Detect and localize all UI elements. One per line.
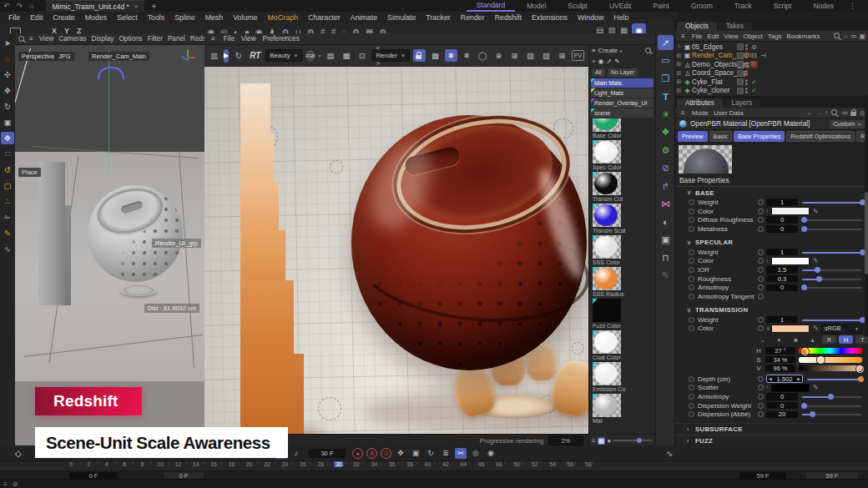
- eyedropper-icon[interactable]: ✎: [813, 208, 819, 215]
- ruler-tick[interactable]: 40: [425, 461, 431, 467]
- ruler-tick[interactable]: 42: [442, 461, 449, 467]
- object-row-demo_objects_grp[interactable]: ⊞◬Demo_Objects_grp: [675, 60, 868, 69]
- snap-tool[interactable]: ∷: [1, 148, 14, 160]
- enable-checkbox[interactable]: [737, 53, 744, 59]
- material-swatch-transm-col[interactable]: Transm Col: [593, 172, 626, 202]
- enable-checkbox[interactable]: [737, 70, 744, 77]
- crop-region-icon[interactable]: ⊡: [356, 49, 368, 62]
- colorspace-dropdown[interactable]: sRGB▼: [821, 324, 862, 334]
- camera-arc-handle[interactable]: [98, 67, 124, 79]
- list-view-icon[interactable]: ≡: [592, 437, 596, 445]
- ruler-tick[interactable]: 36: [389, 461, 396, 467]
- viewport-format-label[interactable]: JPG: [55, 52, 74, 61]
- ruler-tick[interactable]: 24: [282, 461, 289, 467]
- assign-arrow-icon[interactable]: ➚: [606, 58, 612, 65]
- material-size-slider[interactable]: [613, 440, 653, 441]
- cloner-icon[interactable]: ✳: [658, 107, 674, 122]
- ruler-tick[interactable]: 48: [496, 461, 502, 467]
- disabled-icon[interactable]: ⊘: [751, 43, 757, 51]
- ruler-tick[interactable]: 2: [87, 461, 90, 467]
- close-tab-icon[interactable]: ×: [134, 3, 139, 10]
- menu-spline[interactable]: Spline: [169, 13, 199, 22]
- pv-icon[interactable]: PV: [572, 50, 584, 61]
- om-menu-tags[interactable]: Tags: [765, 33, 785, 40]
- layer-chip-light-mats[interactable]: Light_Mats: [591, 88, 654, 98]
- menu-extensions[interactable]: Extensions: [527, 13, 573, 22]
- material-menu-icon[interactable]: ≡: [592, 47, 596, 54]
- ruler-tick[interactable]: 16: [210, 461, 217, 467]
- record-parameter-icon[interactable]: ≣: [440, 448, 452, 459]
- place-tool[interactable]: ↺: [1, 164, 14, 176]
- stage-icon[interactable]: ⊓: [658, 250, 674, 265]
- workspace-tab-model[interactable]: Model: [517, 1, 556, 11]
- om-menu-bookmarks[interactable]: Bookmarks: [785, 33, 823, 40]
- layer-chip-main-mats[interactable]: Main Mats: [591, 78, 654, 88]
- new-tab-button[interactable]: +: [151, 2, 156, 11]
- am-menu-icon[interactable]: ≡: [679, 109, 688, 117]
- rgb-channel-dropdown[interactable]: RGB: [306, 50, 315, 62]
- document-tab[interactable]: Mimic_Trasm_Unit.c4d * ×: [46, 0, 145, 13]
- attributes-scrollbar[interactable]: [865, 95, 868, 337]
- rt-label[interactable]: RT: [250, 51, 260, 60]
- animation-link-icon[interactable]: [758, 317, 764, 323]
- material-swatch-transm-scat[interactable]: Transm Scat: [593, 204, 626, 234]
- ik-icon[interactable]: ◎: [470, 448, 482, 459]
- material-tag-thumb[interactable]: [749, 60, 759, 69]
- protection-tag-icon[interactable]: ⊣: [760, 52, 766, 59]
- start-ipr-button[interactable]: ▶: [224, 49, 229, 63]
- redo-icon[interactable]: ↷: [17, 2, 23, 10]
- material-swatch-coat-color[interactable]: Coat Color: [593, 330, 626, 360]
- frame-tool[interactable]: ▢: [1, 179, 14, 192]
- select-arrow-tool[interactable]: ➤: [1, 37, 14, 49]
- pass-dropdown[interactable]: Beauty▼: [265, 49, 302, 62]
- rotate-tool[interactable]: ↻: [1, 100, 14, 113]
- material-swatch-sss-radius[interactable]: SSS Radius: [593, 267, 626, 297]
- value-slider[interactable]: [802, 392, 862, 400]
- scale-tool[interactable]: ▣: [1, 116, 14, 128]
- color-swatch[interactable]: [771, 324, 810, 334]
- material-swatch-emission-co[interactable]: Emission Co: [593, 362, 626, 392]
- ruler-tick[interactable]: 12: [174, 461, 181, 467]
- camera-dropdown[interactable]: < Render >▼: [371, 49, 410, 62]
- value-slider[interactable]: [802, 198, 862, 206]
- animation-link-icon[interactable]: [758, 385, 764, 390]
- material-swatch-spec-color[interactable]: Spec Color: [593, 140, 626, 170]
- animation-link-icon[interactable]: [758, 199, 764, 205]
- am-menu-mode[interactable]: Mode: [689, 109, 711, 117]
- animation-link-icon[interactable]: [758, 403, 764, 409]
- render-menu-preferences[interactable]: Preferences: [260, 35, 303, 43]
- create-menu[interactable]: Create: [598, 47, 618, 54]
- render-menu-view[interactable]: View: [238, 35, 260, 43]
- animation-link-icon[interactable]: [758, 376, 764, 382]
- animation-link-icon[interactable]: [758, 325, 764, 331]
- home-icon[interactable]: ⌂: [29, 2, 33, 10]
- animation-link-icon[interactable]: [758, 284, 764, 290]
- expand-icon[interactable]: ⊞: [675, 78, 683, 85]
- value-slider[interactable]: [802, 274, 862, 283]
- menu-character[interactable]: Character: [303, 13, 346, 22]
- add-material-icon[interactable]: +: [592, 58, 596, 65]
- ruler-tick[interactable]: 46: [478, 461, 485, 467]
- am-lock-icon[interactable]: [850, 109, 857, 117]
- eyedropper-icon[interactable]: ✎: [813, 324, 819, 332]
- shaderball[interactable]: [351, 115, 587, 370]
- om-menu-icon[interactable]: ≡: [679, 33, 688, 40]
- eyedropper-icon[interactable]: ✎: [813, 257, 819, 264]
- viewport-menu-cameras[interactable]: Cameras: [56, 35, 88, 43]
- ruler-tick[interactable]: 10: [157, 461, 164, 467]
- om-menu-object[interactable]: Object: [741, 33, 765, 40]
- ruler-tick[interactable]: 26: [300, 461, 306, 467]
- menu-mograph[interactable]: MoGraph: [263, 13, 304, 22]
- menu-volume[interactable]: Volume: [228, 13, 262, 22]
- picker-square-icon[interactable]: ■: [789, 335, 803, 344]
- value-field[interactable]: 0.3: [766, 275, 798, 283]
- tab-objects[interactable]: Objects: [677, 22, 717, 31]
- om-home-icon[interactable]: ⌂: [844, 33, 848, 40]
- render-camera-icon[interactable]: ▥: [208, 49, 220, 62]
- om-menu-file[interactable]: File: [689, 33, 705, 40]
- ruler-tick[interactable]: 14: [193, 461, 199, 467]
- am-back-icon[interactable]: ←: [806, 109, 813, 117]
- value-field[interactable]: 0: [766, 216, 798, 224]
- record-rotation-icon[interactable]: ↻: [425, 448, 437, 459]
- workspace-overflow-icon[interactable]: ⋮: [849, 2, 856, 10]
